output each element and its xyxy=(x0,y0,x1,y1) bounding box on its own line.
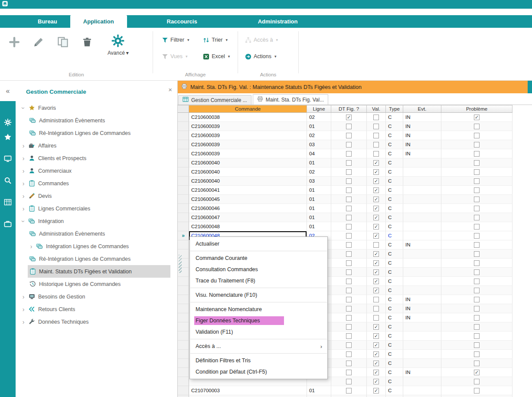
nav-item-besoins-de-gestion[interactable]: ›Besoins de Gestion xyxy=(16,290,177,303)
row-selector[interactable] xyxy=(178,158,189,167)
cell-commande[interactable]: C210600039 xyxy=(189,131,307,140)
row-selector[interactable] xyxy=(178,167,189,177)
dtfig-checkbox[interactable] xyxy=(346,361,352,366)
val-checkbox[interactable] xyxy=(373,160,379,166)
val-checkbox[interactable] xyxy=(373,297,379,302)
dtfig-checkbox[interactable] xyxy=(346,370,352,375)
row-selector[interactable] xyxy=(178,304,189,313)
val-checkbox[interactable] xyxy=(373,315,379,321)
dtfig-checkbox[interactable] xyxy=(346,233,352,239)
cell-ligne[interactable]: 01 xyxy=(307,195,331,204)
cell-commande[interactable]: C210600040 xyxy=(189,167,307,177)
dtfig-checkbox[interactable] xyxy=(346,178,352,184)
nav-item-affaires[interactable]: ›Affaires xyxy=(16,139,177,152)
dtfig-checkbox[interactable] xyxy=(346,342,352,348)
probleme-checkbox[interactable] xyxy=(474,379,480,384)
dtfig-checkbox[interactable] xyxy=(346,269,352,275)
probleme-checkbox[interactable] xyxy=(474,251,480,257)
nav-item-integration-lignes-de-commandes[interactable]: ›Intégration Lignes de Commandes xyxy=(16,240,177,253)
dtfig-checkbox[interactable] xyxy=(346,306,352,312)
cell-ligne[interactable]: 03 xyxy=(307,140,331,149)
dtfig-checkbox[interactable] xyxy=(346,142,352,148)
search-icon[interactable] xyxy=(2,175,13,186)
probleme-checkbox[interactable] xyxy=(474,324,480,330)
chevron-right-icon[interactable]: › xyxy=(20,142,27,149)
cell-commande[interactable]: C210600039 xyxy=(189,122,307,131)
val-checkbox[interactable] xyxy=(373,115,379,120)
val-checkbox[interactable] xyxy=(373,361,379,366)
nav-item-integration[interactable]: ›Intégration xyxy=(16,215,177,227)
menu-item-definition-filtres-et-tris[interactable]: Définition Filtres et Tris xyxy=(190,355,327,366)
val-checkbox[interactable] xyxy=(373,197,379,202)
nav-item-lignes-commerciales[interactable]: ›Lignes Commerciales xyxy=(16,202,177,215)
row-selector[interactable] xyxy=(178,222,189,231)
probleme-checkbox[interactable] xyxy=(474,333,480,339)
cell-ligne[interactable]: 01 xyxy=(307,122,331,131)
chevron-down-icon[interactable]: › xyxy=(20,105,27,112)
row-selector[interactable] xyxy=(178,359,189,368)
probleme-checkbox[interactable] xyxy=(474,169,480,175)
cell-commande[interactable]: C210600039 xyxy=(189,140,307,149)
column-header-dt-fig[interactable]: DT Fig. ? xyxy=(331,105,367,112)
cell-ligne[interactable]: 04 xyxy=(307,149,331,158)
chevron-right-icon[interactable]: › xyxy=(20,318,27,325)
row-selector[interactable] xyxy=(178,395,189,397)
menu-item-commande-courante[interactable]: Commande Courante xyxy=(190,253,327,264)
modules-icon[interactable] xyxy=(2,117,13,128)
chevron-right-icon[interactable]: › xyxy=(20,193,27,200)
row-selector[interactable] xyxy=(178,140,189,149)
val-checkbox[interactable] xyxy=(373,379,379,384)
filter-button[interactable]: Filtrer ▾ xyxy=(160,34,197,46)
probleme-checkbox[interactable] xyxy=(474,142,480,148)
val-checkbox[interactable] xyxy=(373,242,379,248)
excel-button[interactable]: Excel ▾ xyxy=(201,50,238,62)
dtfig-checkbox[interactable] xyxy=(346,124,352,129)
close-icon[interactable]: × xyxy=(168,86,172,93)
chevron-right-icon[interactable]: › xyxy=(20,205,27,212)
row-selector[interactable] xyxy=(178,204,189,213)
dtfig-checkbox[interactable] xyxy=(346,206,352,211)
val-checkbox[interactable] xyxy=(373,133,379,138)
row-selector[interactable] xyxy=(178,341,189,350)
val-checkbox[interactable] xyxy=(373,178,379,184)
chevron-right-icon[interactable]: › xyxy=(20,180,27,187)
row-selector[interactable] xyxy=(178,286,189,295)
val-checkbox[interactable] xyxy=(373,388,379,394)
val-checkbox[interactable] xyxy=(373,279,379,284)
dtfig-checkbox[interactable] xyxy=(346,288,352,293)
cell-ligne[interactable]: 01 xyxy=(307,186,331,195)
menu-item-validation-f11[interactable]: Validation (F11) xyxy=(190,326,327,338)
row-selector[interactable] xyxy=(178,331,189,341)
val-checkbox[interactable] xyxy=(373,142,379,148)
menu-item-maintenance-nomenclature[interactable]: Maintenance Nomenclature xyxy=(190,304,327,315)
probleme-checkbox[interactable] xyxy=(474,342,480,348)
dtfig-checkbox[interactable] xyxy=(346,297,352,302)
val-checkbox[interactable] xyxy=(373,269,379,275)
nav-item-commandes[interactable]: ›Commandes xyxy=(16,177,177,190)
ribbon-tab-application[interactable]: Application xyxy=(70,15,127,28)
row-selector[interactable] xyxy=(178,322,189,331)
probleme-checkbox[interactable] xyxy=(474,351,480,357)
column-header-val[interactable]: Val. xyxy=(367,105,386,112)
row-selector[interactable] xyxy=(178,386,189,395)
edit-button[interactable] xyxy=(31,36,46,50)
cell-commande[interactable]: C210600046 xyxy=(189,204,307,213)
column-header-evt[interactable]: Evt. xyxy=(403,105,441,112)
cell-ligne[interactable]: 01 xyxy=(307,213,331,222)
row-selector[interactable]: » xyxy=(178,231,189,240)
nav-item-administration-evenements[interactable]: Administration Évènements xyxy=(16,114,177,127)
val-checkbox[interactable] xyxy=(373,169,379,175)
val-checkbox[interactable] xyxy=(373,233,379,239)
probleme-checkbox[interactable] xyxy=(474,224,480,230)
dtfig-checkbox[interactable] xyxy=(346,379,352,384)
nav-item-devis[interactable]: ›Devis xyxy=(16,190,177,202)
val-checkbox[interactable] xyxy=(373,251,379,257)
nav-item-favoris[interactable]: ›Favoris xyxy=(16,102,177,114)
dtfig-checkbox[interactable] xyxy=(346,279,352,284)
cell-commande[interactable]: C210600041 xyxy=(189,186,307,195)
val-checkbox[interactable] xyxy=(373,260,379,266)
probleme-checkbox[interactable] xyxy=(474,260,480,266)
cell-ligne[interactable]: 01 xyxy=(307,158,331,167)
chevron-right-icon[interactable]: › xyxy=(20,155,27,162)
val-checkbox[interactable] xyxy=(373,224,379,230)
